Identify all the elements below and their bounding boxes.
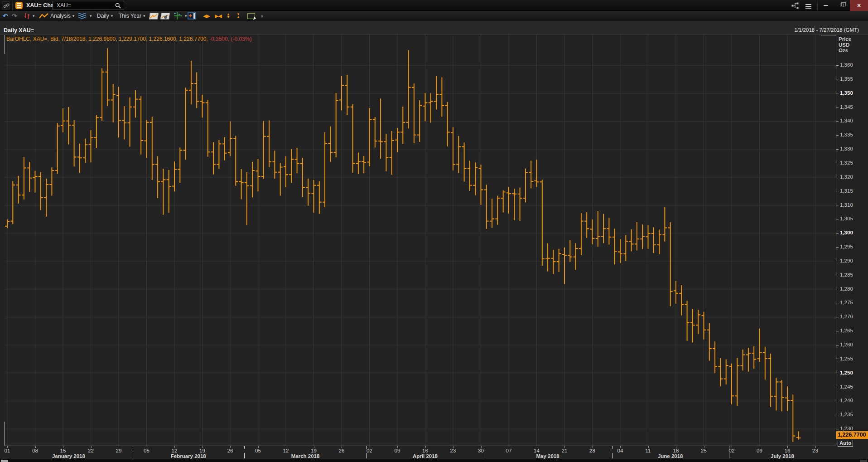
dropdown-caret-icon[interactable]: ▾ bbox=[185, 14, 187, 18]
more-tools-button[interactable]: » bbox=[261, 11, 263, 21]
chart-date-range: 1/1/2018 - 7/27/2018 (GMT) bbox=[794, 27, 859, 33]
expand-horizontal-button[interactable]: ◀▶ bbox=[203, 11, 210, 21]
month-label: January 2018 bbox=[52, 453, 85, 459]
x-day-label: 26 bbox=[339, 448, 345, 453]
chart-edit-button[interactable] bbox=[161, 11, 169, 21]
chart-view-button[interactable] bbox=[149, 11, 158, 21]
dropdown-caret-icon[interactable]: ▾ bbox=[90, 14, 92, 18]
y-axis-tick bbox=[836, 303, 839, 303]
collapse-horizontal-icon: ▶◀ bbox=[215, 13, 222, 19]
search-icon[interactable] bbox=[115, 3, 121, 9]
range-select[interactable]: This Year ▾ bbox=[119, 11, 145, 21]
y-tick-label: 1,255 bbox=[840, 356, 853, 361]
x-day-label: 05 bbox=[255, 448, 261, 453]
month-separator bbox=[366, 453, 367, 458]
month-label: February 2018 bbox=[171, 453, 206, 459]
interval-select[interactable]: Daily ▾ bbox=[97, 11, 113, 21]
bar-style-button[interactable]: ▾ bbox=[24, 11, 35, 21]
analysis-button[interactable]: Analysis ▾ bbox=[39, 11, 74, 21]
y-axis-tick bbox=[836, 275, 839, 275]
y-tick-label: 1,350 bbox=[840, 90, 853, 96]
y-tick-label: 1,230 bbox=[840, 426, 853, 431]
y-tick-label: 1,275 bbox=[840, 300, 853, 305]
time-axis-line bbox=[5, 446, 836, 446]
y-tick-label: 1,355 bbox=[840, 76, 853, 82]
plot-border-top-right bbox=[821, 35, 836, 35]
selection-rect-icon bbox=[247, 13, 255, 19]
x-day-label: 09 bbox=[395, 448, 400, 453]
scrollbar-thumb[interactable] bbox=[1, 460, 8, 462]
chart-header: Daily XAU= 1/1/2018 - 7/27/2018 (GMT) bbox=[0, 21, 868, 35]
redo-button[interactable]: ↷ bbox=[12, 11, 17, 21]
x-day-label: 02 bbox=[729, 448, 735, 453]
y-axis-tick bbox=[836, 401, 839, 401]
x-day-label: 23 bbox=[450, 448, 456, 453]
month-separator bbox=[244, 453, 245, 458]
month-separator bbox=[133, 453, 133, 458]
y-tick-label: 1,295 bbox=[840, 244, 853, 249]
y-axis-tick bbox=[836, 219, 839, 219]
dropdown-caret-icon[interactable]: ▾ bbox=[111, 14, 113, 18]
y-tick-label: 1,245 bbox=[840, 384, 853, 389]
symbol-search[interactable] bbox=[53, 1, 124, 10]
share-nodes-icon bbox=[791, 2, 799, 9]
collapse-vertical-icon: ▼▲ bbox=[236, 13, 240, 19]
y-axis-tick bbox=[836, 331, 839, 331]
expand-vertical-button[interactable]: ▲▼ bbox=[227, 11, 230, 21]
chart-legend[interactable]: BarOHLC, XAU=, Bid, 7/18/2018, 1,226.980… bbox=[6, 36, 251, 42]
y-tick-label: 1,330 bbox=[840, 146, 853, 151]
y-tick-label: 1,290 bbox=[840, 258, 853, 263]
y-tick-label: 1,260 bbox=[840, 342, 853, 347]
restore-button[interactable] bbox=[834, 0, 850, 11]
month-label: July 2018 bbox=[771, 453, 794, 459]
chart-hand-icon bbox=[160, 13, 170, 19]
scrollbar-end-button[interactable] bbox=[860, 460, 867, 462]
add-pane-button[interactable] bbox=[188, 11, 196, 21]
dropdown-caret-icon[interactable]: ▾ bbox=[72, 14, 75, 18]
y-axis-tick bbox=[836, 163, 839, 163]
share-nodes-button[interactable] bbox=[789, 0, 801, 11]
titlebar: XAU= Chart × bbox=[0, 0, 868, 11]
axis-auto-toggle[interactable]: Auto bbox=[838, 440, 853, 447]
last-price-badge: 1,226.7700 bbox=[836, 431, 868, 439]
selection-tool-button[interactable] bbox=[247, 11, 255, 21]
collapse-vertical-button[interactable]: ▼▲ bbox=[236, 11, 240, 21]
chart-region: BarOHLC, XAU=, Bid, 7/18/2018, 1,226.980… bbox=[0, 35, 868, 462]
x-day-label: 21 bbox=[562, 448, 568, 453]
expand-vertical-icon: ▲▼ bbox=[227, 13, 230, 19]
close-icon: × bbox=[857, 2, 861, 9]
link-channel-icon[interactable] bbox=[2, 1, 10, 10]
chart-plot[interactable] bbox=[5, 35, 836, 446]
y-axis-tick bbox=[836, 107, 839, 107]
y-tick-label: 1,250 bbox=[840, 370, 853, 375]
axis-settings-button[interactable]: ▾ bbox=[173, 11, 187, 21]
search-input[interactable] bbox=[57, 2, 111, 9]
plot-border-left-bottom bbox=[5, 422, 5, 446]
y-axis-tick bbox=[836, 387, 839, 387]
waves-button[interactable]: ▾ bbox=[78, 11, 92, 21]
x-day-label: 14 bbox=[534, 448, 540, 453]
minimize-button[interactable] bbox=[818, 0, 834, 11]
legend-ohlc-values: BarOHLC, XAU=, Bid, 7/18/2018, 1,226.980… bbox=[6, 36, 208, 42]
month-separator bbox=[484, 453, 484, 458]
menu-button[interactable] bbox=[803, 0, 815, 11]
close-button[interactable]: × bbox=[850, 0, 868, 11]
y-tick-label: 1,285 bbox=[840, 272, 853, 277]
undo-button[interactable]: ↶ bbox=[3, 11, 8, 21]
plot-border-left-top bbox=[5, 35, 5, 54]
y-axis-tick bbox=[836, 65, 839, 66]
x-day-label: 05 bbox=[144, 448, 149, 453]
y-tick-label: 1,345 bbox=[840, 104, 853, 110]
y-tick-label: 1,240 bbox=[840, 398, 853, 403]
x-day-label: 19 bbox=[311, 448, 317, 453]
analysis-label: Analysis bbox=[50, 13, 71, 19]
month-boundary-tick bbox=[484, 446, 484, 449]
horizontal-scrollbar[interactable] bbox=[0, 459, 868, 462]
y-tick-label: 1,320 bbox=[840, 174, 853, 180]
dropdown-caret-icon[interactable]: ▾ bbox=[33, 14, 35, 18]
collapse-horizontal-button[interactable]: ▶◀ bbox=[215, 11, 222, 21]
month-separator bbox=[729, 453, 729, 458]
x-day-label: 09 bbox=[757, 448, 762, 453]
x-day-label: 15 bbox=[60, 448, 66, 453]
dropdown-caret-icon[interactable]: ▾ bbox=[143, 14, 145, 18]
